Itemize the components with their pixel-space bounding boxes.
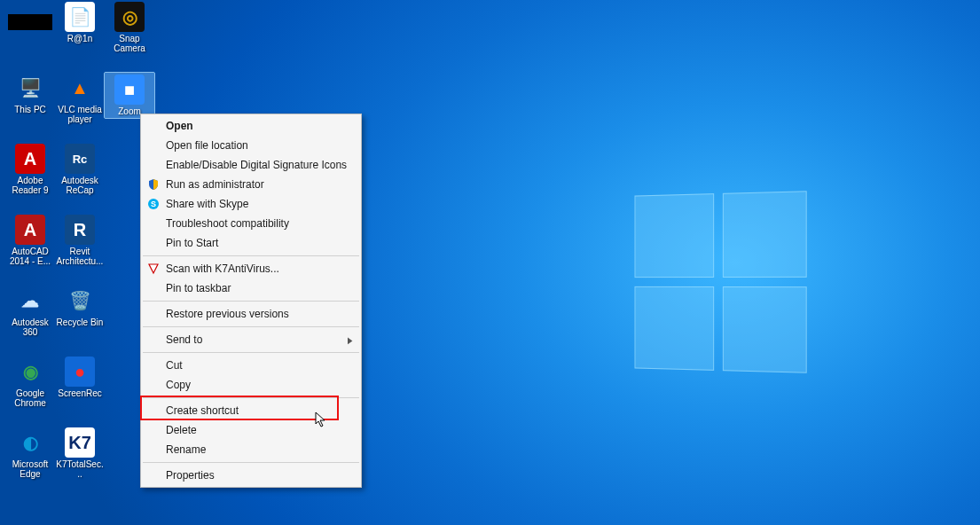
chrome-icon: ◉: [15, 357, 45, 387]
desktop-icon-label: VLC media player: [55, 105, 105, 124]
menu-item-copy[interactable]: Copy: [141, 375, 361, 395]
menu-item-label: Troubleshoot compatibility: [166, 217, 289, 230]
desktop-icon-label: K7TotalSec...: [55, 459, 105, 479]
menu-separator: [143, 462, 359, 463]
desktop-icon-label: Recycle Bin: [57, 317, 104, 327]
desktop-icon-a360[interactable]: ☁Autodesk 360: [5, 286, 55, 337]
snap-camera-icon: ◎: [114, 2, 145, 32]
desktop-icon-label: AutoCAD 2014 - E...: [5, 247, 55, 266]
desktop-icon-chrome[interactable]: ◉Google Chrome: [5, 357, 55, 408]
menu-item-label: Run as administrator: [166, 178, 264, 191]
menu-item-label: Cut: [166, 359, 183, 372]
menu-item-scan-k7[interactable]: Scan with K7AntiVirus...: [141, 259, 361, 278]
k7av-icon: [146, 262, 161, 276]
desktop-icon-vlc[interactable]: ▲VLC media player: [55, 73, 105, 124]
redacted-icon: [8, 14, 52, 30]
desktop-icon-recap[interactable]: RcAutodesk ReCap: [55, 144, 105, 195]
revit-icon: R: [65, 215, 95, 245]
screenrec-icon: ●: [65, 357, 95, 387]
desktop-icon-label: Revit Architectu...: [55, 247, 105, 266]
menu-item-label: Pin to taskbar: [166, 282, 231, 294]
menu-item-label: Copy: [166, 379, 191, 391]
menu-item-label: Properties: [166, 469, 215, 482]
chevron-right-icon: ▶: [348, 335, 353, 345]
adobe-reader-icon: A: [15, 144, 45, 174]
desktop-icon-label: Adobe Reader 9: [5, 176, 55, 195]
menu-item-shortcut[interactable]: Create shortcut: [141, 401, 361, 420]
menu-item-open-file[interactable]: Open file location: [141, 136, 361, 155]
menu-item-send-to[interactable]: Send to▶: [141, 330, 361, 349]
desktop-icon-label: R@1n: [67, 34, 93, 43]
desktop-icon-recycle[interactable]: 🗑️Recycle Bin: [55, 286, 105, 327]
desktop-icon-snap-camera[interactable]: ◎Snap Camera: [105, 2, 154, 53]
desktop-icon-label: Google Chrome: [5, 388, 55, 408]
menu-item-run-admin[interactable]: Run as administrator: [141, 175, 361, 194]
menu-item-pin-start[interactable]: Pin to Start: [141, 233, 361, 253]
vlc-icon: ▲: [65, 73, 95, 103]
svg-text:S: S: [151, 200, 156, 208]
menu-separator: [143, 326, 359, 327]
shield-icon: [146, 177, 161, 192]
a360-icon: ☁: [15, 286, 45, 316]
menu-item-label: Scan with K7AntiVirus...: [166, 262, 279, 275]
recap-icon: Rc: [65, 144, 95, 174]
skype-icon: S: [146, 197, 161, 211]
menu-item-restore[interactable]: Restore previous versions: [141, 304, 361, 324]
r-at-1n-icon: 📄: [65, 2, 95, 32]
menu-item-label: Open: [166, 120, 193, 132]
menu-item-label: Pin to Start: [166, 237, 218, 249]
desktop-icon-zoom[interactable]: ■Zoom: [105, 73, 154, 118]
desktop-icon-adobe-reader[interactable]: AAdobe Reader 9: [5, 144, 55, 195]
context-menu: OpenOpen file locationEnable/Disable Dig…: [140, 114, 362, 488]
menu-item-label: Restore previous versions: [166, 308, 289, 320]
menu-item-label: Create shortcut: [166, 404, 239, 417]
autocad-icon: A: [15, 215, 45, 245]
desktop-icon-label: ScreenRec: [58, 388, 101, 398]
desktop-icon-label: This PC: [14, 105, 46, 114]
menu-item-troubleshoot[interactable]: Troubleshoot compatibility: [141, 214, 361, 233]
menu-item-pin-taskbar[interactable]: Pin to taskbar: [141, 278, 361, 298]
desktop-icon-label: Microsoft Edge: [5, 459, 55, 479]
this-pc-icon: 🖥️: [15, 73, 45, 103]
menu-item-rename[interactable]: Rename: [141, 440, 361, 459]
desktop-icon-edge[interactable]: ◐Microsoft Edge: [5, 427, 55, 479]
menu-separator: [143, 255, 359, 256]
menu-item-properties[interactable]: Properties: [141, 466, 361, 485]
desktop-icon-screenrec[interactable]: ●ScreenRec: [55, 357, 105, 398]
desktop-icon-label: Zoom: [118, 106, 141, 116]
desktop-icon-label: Autodesk ReCap: [55, 176, 105, 195]
menu-separator: [143, 397, 359, 398]
menu-item-open[interactable]: Open: [141, 116, 361, 136]
desktop-icon-autocad[interactable]: AAutoCAD 2014 - E...: [5, 215, 55, 266]
zoom-icon: ■: [114, 74, 145, 105]
menu-item-label: Open file location: [166, 139, 248, 152]
desktop-icon-label: Snap Camera: [105, 34, 154, 53]
menu-separator: [143, 352, 359, 353]
recycle-icon: 🗑️: [65, 286, 95, 316]
menu-item-cut[interactable]: Cut: [141, 356, 361, 375]
edge-icon: ◐: [15, 427, 45, 458]
desktop-icon-k7[interactable]: K7K7TotalSec...: [55, 427, 105, 479]
desktop-icon-redacted[interactable]: [5, 2, 55, 32]
menu-item-label: Send to: [166, 333, 202, 346]
desktop-icon-this-pc[interactable]: 🖥️This PC: [5, 73, 55, 114]
desktop-icon-r-at-1n[interactable]: 📄R@1n: [55, 2, 105, 43]
menu-item-label: Enable/Disable Digital Signature Icons: [166, 159, 347, 171]
menu-item-label: Share with Skype: [166, 198, 248, 210]
k7-icon: K7: [65, 427, 95, 458]
desktop-icon-label: Autodesk 360: [5, 317, 55, 337]
menu-item-share-skype[interactable]: SShare with Skype: [141, 194, 361, 214]
menu-separator: [143, 301, 359, 302]
menu-item-delete[interactable]: Delete: [141, 420, 361, 440]
menu-item-label: Delete: [166, 424, 197, 436]
menu-item-toggle-sig[interactable]: Enable/Disable Digital Signature Icons: [141, 155, 361, 175]
menu-item-label: Rename: [166, 443, 206, 456]
desktop-icon-revit[interactable]: RRevit Architectu...: [55, 215, 105, 266]
